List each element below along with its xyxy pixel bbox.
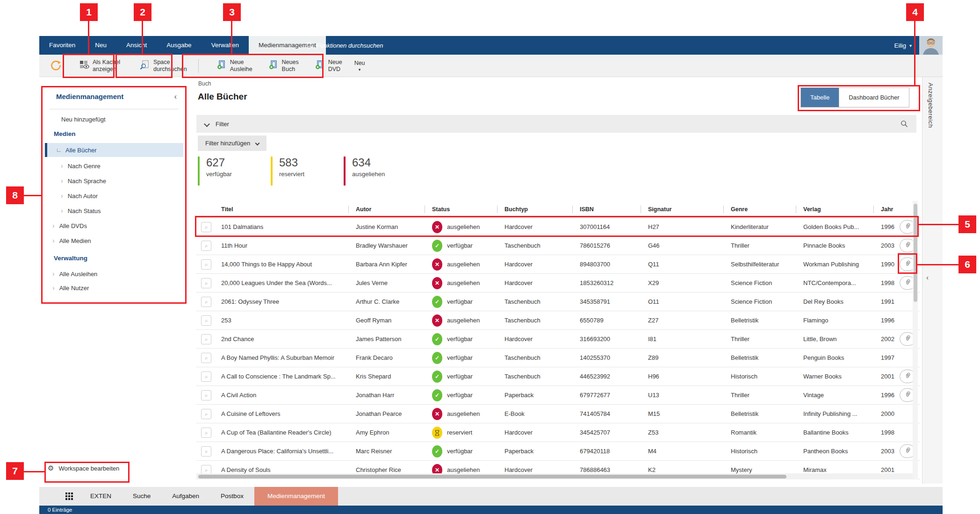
column-header-titel[interactable]: Titel bbox=[221, 201, 348, 218]
sidebar-item-alle-dvds[interactable]: ›Alle DVDs bbox=[45, 219, 183, 233]
column-header-autor[interactable]: Autor bbox=[356, 201, 426, 218]
table-row[interactable]: ⌕A Boy Named Phyllis: A Suburban MemoirF… bbox=[196, 349, 920, 367]
avatar[interactable] bbox=[919, 36, 943, 55]
annotation-number-8: 8 bbox=[6, 186, 24, 204]
column-header-status[interactable]: Status bbox=[432, 201, 500, 218]
taskbar-item-suche[interactable]: Suche bbox=[122, 487, 161, 506]
horizontal-scrollbar-thumb[interactable] bbox=[198, 475, 786, 478]
document-preview-icon[interactable]: ⌕ bbox=[201, 428, 211, 438]
view-toggle-dashboard-bücher[interactable]: Dashboard Bücher bbox=[839, 88, 908, 107]
menu-tab-ausgabe[interactable]: Ausgabe bbox=[157, 36, 201, 55]
table-row[interactable]: ⌕A Civil ActionJonathan Harr✓verfügbarPa… bbox=[196, 386, 920, 405]
table-row[interactable]: ⌕A Call to Conscience : The Landmark Sp.… bbox=[196, 367, 920, 386]
cell-status: ✕ausgeliehen bbox=[432, 274, 500, 293]
sidebar-item-alle-ausleihen[interactable]: ›Alle Ausleihen bbox=[45, 267, 183, 281]
document-preview-icon[interactable]: ⌕ bbox=[201, 353, 211, 363]
document-preview-icon[interactable]: ⌕ bbox=[201, 390, 211, 400]
document-preview-icon[interactable]: ⌕ bbox=[201, 278, 211, 288]
table-row[interactable]: ⌕20,000 Leagues Under the Sea (Words...J… bbox=[196, 274, 920, 293]
taskbar-item-exten[interactable]: EXTEN bbox=[79, 487, 122, 506]
document-preview-icon[interactable]: ⌕ bbox=[201, 409, 211, 419]
column-header-buchtyp[interactable]: Buchtyp bbox=[504, 201, 574, 218]
new-ausleihe-button[interactable]: NeueAusleihe bbox=[213, 57, 256, 75]
stat-value: 627 bbox=[206, 156, 232, 169]
table-row[interactable]: ⌕A Cup of Tea (Ballantine Reader's Circl… bbox=[196, 423, 920, 442]
search-space-icon bbox=[140, 60, 150, 72]
cell-autor: Amy Ephron bbox=[356, 423, 426, 442]
table-row[interactable]: ⌕11th HourBradley Warshauer✓verfügbarTas… bbox=[196, 236, 920, 255]
space-label-1: Space bbox=[153, 59, 187, 66]
document-preview-icon[interactable]: ⌕ bbox=[201, 222, 211, 232]
new-dvd-button[interactable]: NeueDVD bbox=[311, 57, 346, 75]
column-header-verlag[interactable]: Verlag bbox=[803, 201, 874, 218]
cell-signatur: Z53 bbox=[648, 423, 724, 442]
neu-dropdown-button[interactable]: Neu ▾ bbox=[351, 58, 369, 74]
table-row[interactable]: ⌕14,000 Things to Be Happy AboutBarbara … bbox=[196, 255, 920, 274]
app-grid-icon[interactable] bbox=[65, 493, 73, 500]
table-row[interactable]: ⌕A Dangerous Place: California's Unsettl… bbox=[196, 442, 920, 461]
sidebar-item-label: Nach Autor bbox=[68, 193, 98, 200]
cell-autor: Marc Reisner bbox=[356, 442, 426, 461]
menu-tab-verwalten[interactable]: Verwalten bbox=[202, 36, 249, 55]
taskbar-item-aufgaben[interactable]: Aufgaben bbox=[161, 487, 210, 506]
document-preview-icon[interactable]: ⌕ bbox=[201, 241, 211, 251]
new-buch-button[interactable]: NeuesBuch bbox=[265, 57, 303, 75]
sidebar-item-nach-genre[interactable]: ›Nach Genre bbox=[45, 159, 183, 173]
column-header-signatur[interactable]: Signatur bbox=[648, 201, 724, 218]
document-preview-icon[interactable]: ⌕ bbox=[201, 446, 211, 457]
sidebar-item-nach-sprache[interactable]: ›Nach Sprache bbox=[45, 174, 183, 188]
cell-signatur: H96 bbox=[648, 367, 724, 386]
cell-signatur: M15 bbox=[648, 405, 724, 423]
chevron-right-icon: › bbox=[52, 237, 55, 244]
document-preview-icon[interactable]: ⌕ bbox=[201, 315, 211, 326]
space-label-2: durchsuchen bbox=[153, 66, 187, 73]
vertical-scrollbar[interactable] bbox=[913, 201, 918, 479]
function-search[interactable]: Funktionen durchsuchen bbox=[306, 36, 383, 55]
document-preview-icon[interactable]: ⌕ bbox=[201, 297, 211, 307]
sidebar-item-nach-status[interactable]: ›Nach Status bbox=[45, 204, 183, 218]
cell-autor: Jonathan Harr bbox=[356, 386, 426, 405]
column-header-genre[interactable]: Genre bbox=[731, 201, 797, 218]
breadcrumb[interactable]: Buch bbox=[198, 80, 211, 87]
user-menu[interactable]: Eilig ▾ bbox=[894, 36, 912, 55]
menu-tab-ansicht[interactable]: Ansicht bbox=[116, 36, 157, 55]
stat-label: ausgeliehen bbox=[352, 171, 385, 178]
refresh-button[interactable] bbox=[49, 60, 62, 71]
sidebar-item-neu-hinzugefügt[interactable]: Neu hinzugefügt bbox=[45, 112, 183, 126]
space-durchsuchen-button[interactable]: Spacedurchsuchen bbox=[136, 57, 191, 75]
horizontal-scrollbar[interactable] bbox=[196, 473, 913, 479]
als-kachel-anzeigen-button[interactable]: Als Kachelanzeigen bbox=[76, 57, 124, 75]
table-row[interactable]: ⌕2061: Odyssey ThreeArthur C. Clarke✓ver… bbox=[196, 293, 920, 311]
taskbar-item-medienmanagement[interactable]: Medienmanagement bbox=[254, 487, 338, 506]
filter-bar[interactable]: Filter bbox=[196, 115, 916, 133]
document-preview-icon[interactable]: ⌕ bbox=[201, 334, 211, 344]
sidebar-item-alle-bücher[interactable]: Alle Bücher bbox=[45, 143, 183, 157]
chevron-right-icon: › bbox=[52, 284, 55, 292]
table-row[interactable]: ⌕101 DalmatiansJustine Korman✕ausgeliehe… bbox=[196, 218, 920, 236]
status-ausgeliehen-icon: ✕ bbox=[432, 314, 442, 327]
menu-tab-neu[interactable]: Neu bbox=[85, 36, 116, 55]
table-row[interactable]: ⌕2nd ChanceJames Patterson✓verfügbarHard… bbox=[196, 330, 920, 349]
table-row[interactable]: ⌕A Cuisine of LeftoversJonathan Pearce✕a… bbox=[196, 405, 920, 423]
view-toggle-tabelle[interactable]: Tabelle bbox=[801, 88, 839, 107]
cell-signatur: H27 bbox=[648, 218, 724, 236]
taskbar-item-postbox[interactable]: Postbox bbox=[210, 487, 254, 506]
sidebar-item-nach-autor[interactable]: ›Nach Autor bbox=[45, 189, 183, 203]
cell-titel: 2nd Chance bbox=[221, 330, 348, 349]
sidebar-collapse-icon[interactable]: ‹ bbox=[174, 93, 177, 101]
sidebar-item-alle-medien[interactable]: ›Alle Medien bbox=[45, 234, 183, 248]
books-table: TitelAutorStatusBuchtypISBNSignaturGenre… bbox=[196, 201, 920, 479]
table-search-icon[interactable] bbox=[901, 120, 908, 129]
menu-tab-favoriten[interactable]: Favoriten bbox=[39, 36, 85, 55]
panel-collapse-icon[interactable]: ‹ bbox=[926, 273, 929, 281]
sidebar-item-alle-nutzer[interactable]: ›Alle Nutzer bbox=[45, 281, 183, 295]
column-header-jahr[interactable]: Jahr bbox=[881, 201, 910, 218]
add-filter-button[interactable]: Filter hinzufügen bbox=[198, 136, 267, 151]
document-preview-icon[interactable]: ⌕ bbox=[201, 371, 211, 382]
vertical-scrollbar-thumb[interactable] bbox=[914, 204, 917, 302]
cell-genre: Historisch bbox=[731, 442, 797, 461]
workspace-edit-button[interactable]: ⚙ Workspace bearbeiten bbox=[48, 464, 119, 472]
column-header-isbn[interactable]: ISBN bbox=[580, 201, 641, 218]
document-preview-icon[interactable]: ⌕ bbox=[201, 259, 211, 270]
table-row[interactable]: ⌕253Geoff Ryman✕ausgeliehenTaschenbuch65… bbox=[196, 311, 920, 330]
